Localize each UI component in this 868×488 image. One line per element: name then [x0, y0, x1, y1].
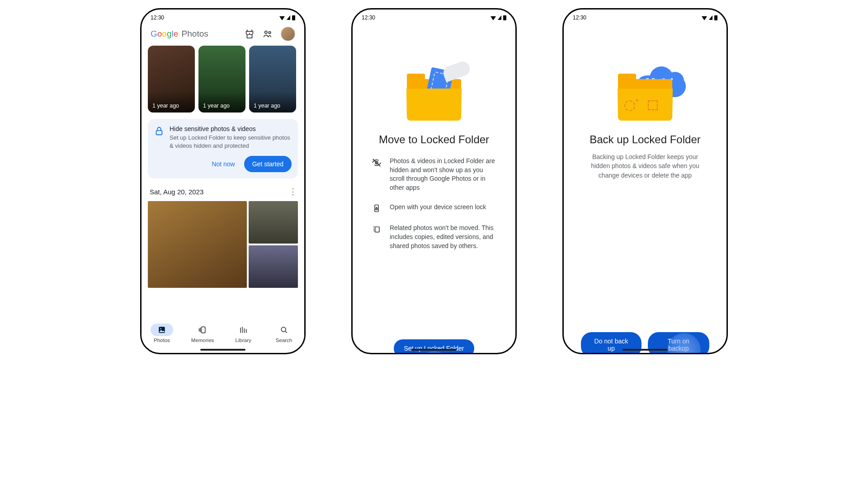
related-photos-icon — [372, 225, 382, 250]
status-icons — [702, 15, 717, 20]
do-not-back-up-button[interactable]: Do not back up — [581, 332, 642, 354]
status-icons — [279, 15, 295, 20]
gesture-bar — [200, 349, 245, 351]
wifi-icon — [279, 16, 285, 20]
nav-search[interactable]: Search — [273, 324, 295, 343]
svg-rect-5 — [202, 327, 205, 333]
svg-rect-10 — [375, 227, 379, 232]
svg-point-1 — [269, 32, 271, 34]
nav-photos[interactable]: Photos — [151, 324, 173, 343]
folder-illustration — [393, 61, 475, 124]
locked-folder-promo: Hide sensitive photos & videos Set up Lo… — [148, 119, 298, 178]
google-photos-logo: Google Photos — [151, 29, 208, 39]
svg-rect-9 — [376, 208, 377, 210]
signal-icon — [498, 15, 501, 20]
svg-rect-2 — [156, 131, 162, 135]
memories-carousel[interactable]: 1 year ago 1 year ago 1 year ago — [148, 46, 298, 113]
device-lock-icon — [372, 204, 382, 213]
battery-icon — [503, 15, 506, 20]
overflow-menu-icon[interactable]: ⋮ — [289, 187, 296, 197]
phone-backup-locked: 12:30 Back up Lock — [562, 8, 728, 354]
screen-body: Backing up Locked Folder keeps your hidd… — [570, 152, 720, 180]
photo-thumbnail[interactable] — [249, 245, 298, 288]
section-date: Sat, Aug 20, 2023 — [150, 188, 203, 196]
sharing-icon[interactable] — [263, 29, 273, 39]
info-related: Related photos won't be moved. This incl… — [372, 224, 496, 250]
battery-icon — [292, 15, 295, 20]
info-screen-lock: Open with your device screen lock — [372, 203, 496, 213]
status-bar: 12:30 — [142, 13, 304, 22]
eye-off-icon — [372, 158, 382, 192]
photo-thumbnail[interactable] — [148, 201, 247, 288]
svg-point-4 — [160, 328, 161, 329]
memory-card[interactable]: 1 year ago — [198, 46, 245, 113]
status-time: 12:30 — [573, 14, 586, 21]
status-time: 12:30 — [362, 14, 375, 21]
turn-on-backup-button[interactable]: Turn on backup — [648, 332, 709, 354]
nav-memories[interactable]: Memories — [191, 324, 214, 343]
nav-library[interactable]: Library — [232, 324, 255, 343]
svg-point-6 — [281, 327, 286, 332]
memory-card[interactable]: 1 year ago — [249, 46, 296, 113]
phone-move-to-locked: 12:30 Move to Locked Folder Pho — [351, 8, 517, 354]
phone-photos-home: 12:30 Google Photos 1 — [140, 8, 306, 354]
bottom-nav: Photos Memories Library Search — [142, 319, 304, 347]
folder-cloud-illustration — [604, 61, 686, 124]
status-time: 12:30 — [151, 14, 164, 21]
account-avatar[interactable] — [281, 27, 295, 41]
lock-icon — [154, 126, 164, 138]
svg-point-0 — [265, 31, 268, 34]
wifi-icon — [702, 16, 707, 20]
status-bar: 12:30 — [353, 13, 515, 22]
signal-icon — [709, 15, 712, 20]
info-hidden: Photos & videos in Locked Folder are hid… — [372, 157, 496, 192]
app-header: Google Photos — [148, 25, 298, 46]
photo-grid[interactable] — [148, 201, 298, 288]
wifi-icon — [491, 16, 496, 20]
memory-card[interactable]: 1 year ago — [148, 46, 195, 113]
status-icons — [491, 15, 506, 20]
get-started-button[interactable]: Get started — [244, 156, 292, 172]
gesture-bar — [623, 349, 668, 351]
setup-locked-folder-button[interactable]: Set up Locked Folder — [394, 339, 474, 354]
signal-icon — [287, 15, 290, 20]
print-store-icon[interactable] — [245, 29, 255, 39]
photo-thumbnail[interactable] — [249, 201, 298, 244]
not-now-button[interactable]: Not now — [212, 160, 235, 168]
screen-title: Back up Locked Folder — [570, 133, 720, 146]
battery-icon — [714, 15, 717, 20]
screen-title: Move to Locked Folder — [359, 133, 509, 146]
gesture-bar — [411, 349, 457, 351]
promo-title: Hide sensitive photos & videos — [170, 125, 292, 132]
promo-body: Set up Locked Folder to keep sensitive p… — [170, 134, 292, 150]
status-bar: 12:30 — [564, 13, 726, 22]
three-phone-marketing: 12:30 Google Photos 1 — [108, 0, 760, 366]
